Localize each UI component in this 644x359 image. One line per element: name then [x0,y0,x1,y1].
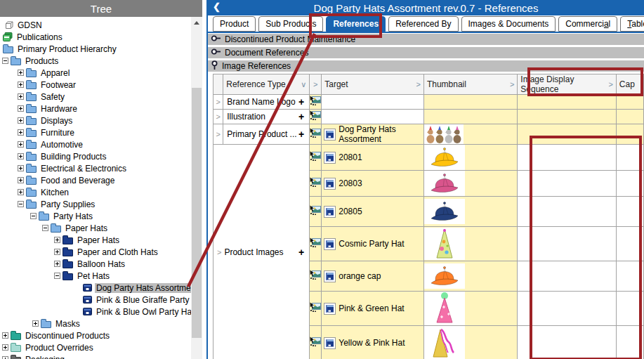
tree-item-label[interactable]: Pet Hats [76,271,111,281]
image-display-sequence-cell[interactable] [518,110,616,124]
target-cell[interactable]: Cosmic Party Hat [322,227,424,261]
tree-item-balloon-hats[interactable]: Balloon Hats [0,258,191,270]
tree-item-label[interactable]: Paper Hats [76,235,121,245]
target-label[interactable]: 20805 [339,207,362,216]
row-expander[interactable]: > [213,248,224,256]
expand-plus-icon[interactable] [18,93,24,100]
collapse-minus-icon[interactable] [30,213,37,219]
reference-type-cell[interactable]: Brand Name Logo+ [223,95,310,110]
thumbnail-cell[interactable] [423,124,517,145]
tree-item-electrical-electronics[interactable]: Electrical & Electronics [0,162,191,174]
caption-cell[interactable] [616,326,643,359]
collapse-minus-icon[interactable] [42,225,48,231]
reference-type-cell[interactable]: Illustration+ [223,110,310,124]
tree-item-pink-blue-giraffe-party-hat[interactable]: Pink & Blue Giraffe Party Hat [0,294,191,306]
section-collapsed-key-icon[interactable] [211,34,221,44]
tab-sub-products[interactable]: Sub Products [258,16,323,32]
tree-item-discontinued-products[interactable]: Discontinued Products [0,329,191,341]
target-label[interactable]: Pink & Green Hat [339,303,404,313]
expand-column-icon[interactable]: > [510,80,514,89]
add-reference-button[interactable]: + [298,247,309,258]
expand-plus-icon[interactable] [2,344,8,351]
tree-item-label[interactable]: Pink & Blue Giraffe Party Hat [95,295,191,305]
thumbnail-image[interactable] [424,145,465,170]
tree-item-label[interactable]: Pink & Blue Owl Party Hat [95,307,191,317]
thumbnail-image[interactable] [424,171,465,196]
image-reference-link-icon-cell[interactable] [310,171,322,197]
image-reference-link-icon-cell[interactable] [310,292,322,326]
tree-item-label[interactable]: Product Overrides [24,343,95,353]
expand-plus-icon[interactable] [18,129,24,136]
tab-product[interactable]: Product [213,16,256,32]
add-reference-button[interactable]: + [298,111,309,122]
tree-item-paper-hats[interactable]: Paper Hats [0,234,191,246]
tree-item-label[interactable]: Balloon Hats [76,259,126,269]
expand-plus-icon[interactable] [54,237,60,243]
thumbnail-cell[interactable] [423,326,517,359]
header-ref-icon-col[interactable]: > [310,74,322,95]
tree-item-party-supplies[interactable]: Party Supplies [0,198,191,210]
expand-plus-icon[interactable] [18,81,24,88]
thumbnail-image[interactable] [424,228,465,260]
tree-item-label[interactable]: Packaging [24,355,66,359]
header-image-display-sequence[interactable]: Image Display Sequence > [518,74,616,95]
tree-item-label[interactable]: Furniture [39,128,76,138]
row-expander[interactable]: > [213,124,223,145]
target-cell[interactable]: 20805 [322,197,424,227]
tree-item-label[interactable]: Masks [54,319,81,329]
tab-tables[interactable]: Tables [620,16,644,32]
image-reference-link-icon-cell[interactable] [310,124,322,145]
image-display-sequence-cell[interactable] [518,124,616,145]
caption-cell[interactable] [616,261,643,292]
image-reference-link-icon-cell[interactable] [310,261,322,292]
tree-item-label[interactable]: Food and Beverage [39,176,116,185]
thumbnail-image[interactable] [424,326,465,359]
row-expander[interactable]: > [213,95,223,110]
scroll-up-icon[interactable] [191,17,202,28]
expand-plus-icon[interactable] [18,70,24,76]
expand-plus-icon[interactable] [18,105,24,112]
target-cell[interactable] [322,95,424,110]
image-display-sequence-cell[interactable] [518,227,616,261]
image-display-sequence-cell[interactable] [518,197,616,227]
tree-item-label[interactable]: Party Supplies [39,200,96,209]
tree-item-footwear[interactable]: Footwear [0,79,191,91]
caption-cell[interactable] [616,124,643,145]
image-display-sequence-cell[interactable] [518,292,616,326]
expand-plus-icon[interactable] [32,320,39,327]
tab-referenced-by[interactable]: Referenced By [388,16,458,32]
add-reference-button[interactable]: + [298,129,309,140]
tree-item-label[interactable]: Publications [15,32,64,42]
image-display-sequence-cell[interactable] [518,326,616,359]
tree-item-building-products[interactable]: Building Products [0,150,191,162]
tree-item-furniture[interactable]: Furniture [0,126,191,138]
tree-item-safety[interactable]: Safety [0,91,191,103]
tree-item-label[interactable]: Electrical & Electronics [39,164,128,174]
target-label[interactable]: Dog Party Hats Assortment [339,124,423,144]
tree-item-label[interactable]: Products [24,56,60,66]
target-label[interactable]: Cosmic Party Hat [339,239,404,249]
thumbnail-cell[interactable] [423,227,517,261]
expand-plus-icon[interactable] [18,189,24,195]
expand-plus-icon[interactable] [54,261,60,267]
image-reference-link-icon-cell[interactable] [310,110,322,124]
tree-item-label[interactable]: Building Products [39,152,107,162]
tree-item-label[interactable]: Party Hats [52,211,94,221]
caption-cell[interactable] [616,171,643,197]
tree-item-label[interactable]: Kitchen [39,188,70,197]
thumbnail-cell[interactable] [423,197,517,227]
tree-item-label[interactable]: Hardware [39,104,79,114]
section-image-references[interactable]: Image References [208,60,644,72]
tree-item-paper-hats[interactable]: Paper Hats [0,222,191,234]
image-display-sequence-cell[interactable] [518,145,616,171]
expand-plus-icon[interactable] [18,153,24,159]
image-reference-link-icon-cell[interactable] [310,145,322,171]
tree-item-products[interactable]: Products [0,55,191,67]
image-display-sequence-cell[interactable] [518,95,616,110]
reference-type-group-cell[interactable]: >Product Images+ [213,145,310,359]
tree-item-automotive[interactable]: Automotive [0,138,191,150]
thumbnail-cell[interactable] [423,95,517,110]
caption-cell[interactable] [616,292,643,326]
thumbnail-cell[interactable] [423,292,517,326]
section-document-references[interactable]: Document References [208,47,644,58]
